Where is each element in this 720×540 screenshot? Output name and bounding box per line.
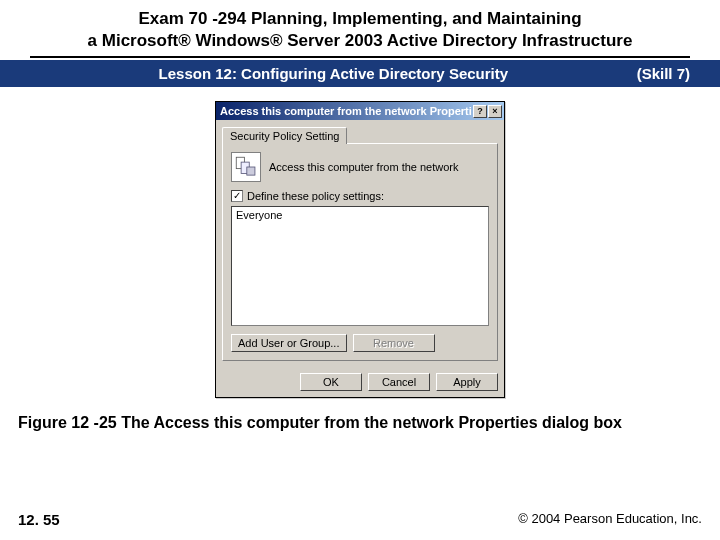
tab-panel: Access this computer from the network ✓ … (222, 143, 498, 361)
apply-button[interactable]: Apply (436, 373, 498, 391)
properties-dialog: Access this computer from the network Pr… (215, 101, 505, 398)
add-user-button[interactable]: Add User or Group... (231, 334, 347, 352)
policy-icon (231, 152, 261, 182)
skill-label: (Skill 7) (637, 65, 690, 82)
lesson-bar: Lesson 12: Configuring Active Directory … (0, 60, 720, 87)
page-number: 12. 55 (18, 511, 60, 528)
copyright: © 2004 Pearson Education, Inc. (518, 511, 702, 528)
close-button[interactable]: × (488, 105, 502, 118)
list-item[interactable]: Everyone (236, 209, 484, 221)
dialog-titlebar[interactable]: Access this computer from the network Pr… (216, 102, 504, 120)
users-listbox[interactable]: Everyone (231, 206, 489, 326)
dialog-footer: OK Cancel Apply (216, 367, 504, 397)
tab-header: Security Policy Setting (222, 126, 498, 143)
lesson-label: Lesson 12: Configuring Active Directory … (30, 65, 637, 82)
help-button[interactable]: ? (473, 105, 487, 118)
tab-security-policy-setting[interactable]: Security Policy Setting (222, 127, 347, 144)
define-label: Define these policy settings: (247, 190, 384, 202)
define-checkbox[interactable]: ✓ (231, 190, 243, 202)
ok-button[interactable]: OK (300, 373, 362, 391)
policy-header-row: Access this computer from the network (231, 152, 489, 182)
dialog-wrapper: Access this computer from the network Pr… (0, 87, 720, 408)
slide-footer: 12. 55 © 2004 Pearson Education, Inc. (0, 511, 720, 528)
title-line1: Exam 70 -294 Planning, Implementing, and… (30, 8, 690, 30)
policy-name-label: Access this computer from the network (269, 161, 459, 173)
title-underline (30, 56, 690, 58)
svg-rect-2 (247, 167, 255, 175)
define-checkbox-row[interactable]: ✓ Define these policy settings: (231, 190, 489, 202)
dialog-body: Security Policy Setting Access this comp… (216, 120, 504, 367)
remove-button[interactable]: Remove (353, 334, 435, 352)
title-line2: a Microsoft® Windows® Server 2003 Active… (30, 30, 690, 52)
cancel-button[interactable]: Cancel (368, 373, 430, 391)
dialog-title: Access this computer from the network Pr… (218, 105, 472, 117)
slide-title: Exam 70 -294 Planning, Implementing, and… (0, 0, 720, 56)
list-buttons-row: Add User or Group... Remove (231, 334, 489, 352)
figure-caption: Figure 12 -25 The Access this computer f… (0, 408, 720, 432)
